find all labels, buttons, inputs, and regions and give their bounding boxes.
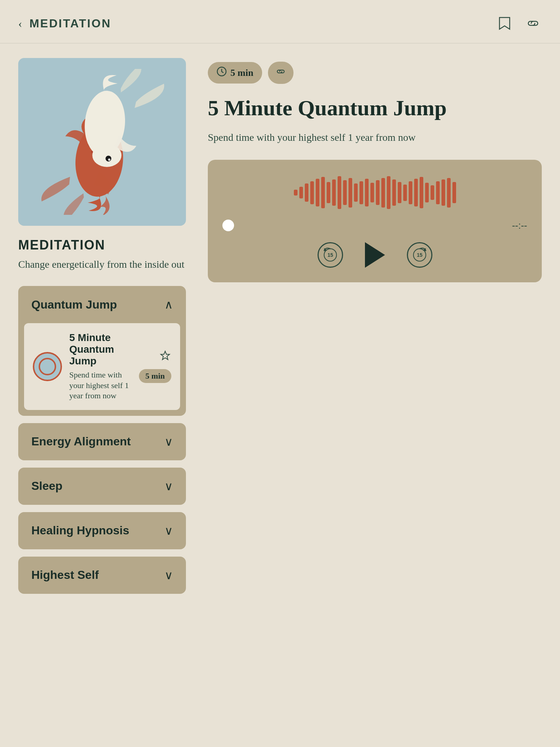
forward-button[interactable]: 15 xyxy=(407,242,432,268)
accordion-chevron-energy-alignment: ∨ xyxy=(164,435,173,449)
bookmark-button[interactable] xyxy=(496,15,513,32)
progress-row: --:-- xyxy=(222,220,527,231)
right-column: 5 min 5 Minute Quantum Jump Spend time w… xyxy=(208,58,542,601)
waveform-bar xyxy=(452,182,456,204)
track-right: 5 min xyxy=(139,350,171,383)
accordion-item-highest-self: Highest Self ∨ xyxy=(18,557,186,594)
track-name: 5 Minute Quantum Jump xyxy=(69,332,132,367)
waveform-bar xyxy=(365,179,369,207)
accordion-chevron-highest-self: ∨ xyxy=(164,568,173,582)
accordion-title-sleep: Sleep xyxy=(31,479,62,493)
waveform-bar xyxy=(398,182,401,204)
time-remaining: --:-- xyxy=(512,220,527,231)
clock-icon xyxy=(217,66,227,79)
meditation-image xyxy=(18,58,186,226)
track-favorite-button[interactable] xyxy=(159,350,171,365)
header-title: MEDITATION xyxy=(30,17,111,30)
share-link-button[interactable] xyxy=(524,15,542,32)
waveform-bar xyxy=(431,185,434,200)
header-left: ‹ MEDITATION xyxy=(18,17,111,30)
accordion-chevron-sleep: ∨ xyxy=(164,479,173,493)
player-controls: 15 15 xyxy=(222,242,527,268)
waveform-bar xyxy=(327,182,330,204)
play-button[interactable] xyxy=(365,242,385,268)
waveform-bar xyxy=(370,183,374,202)
waveform-bar xyxy=(436,181,440,204)
duration-tag: 5 min xyxy=(208,62,262,84)
progress-handle[interactable] xyxy=(222,220,234,231)
waveform-bar xyxy=(343,180,347,205)
accordion-header-quantum-jump[interactable]: Quantum Jump ∧ xyxy=(18,286,186,323)
track-item[interactable]: 5 Minute Quantum Jump Spend time with yo… xyxy=(24,323,180,410)
waveform-bar xyxy=(354,183,358,202)
waveform-bar xyxy=(414,179,418,207)
track-duration-badge: 5 min xyxy=(139,369,171,383)
waveform-bar xyxy=(442,179,445,206)
accordion-title-healing-hypnosis: Healing Hypnosis xyxy=(31,524,129,537)
waveform-bar xyxy=(425,183,429,202)
section-label: MEDITATION xyxy=(18,237,186,253)
waveform-bar xyxy=(420,177,423,208)
waveform-bar xyxy=(392,179,396,206)
waveform-bar xyxy=(338,176,341,209)
accordion-title-highest-self: Highest Self xyxy=(31,568,99,582)
waveform-bar xyxy=(332,179,336,206)
waveform-bar xyxy=(321,177,325,208)
waveform-bar xyxy=(381,178,385,208)
waveform-bar xyxy=(387,176,390,209)
accordion-chevron-healing-hypnosis: ∨ xyxy=(164,524,173,538)
accordion-header-highest-self[interactable]: Highest Self ∨ xyxy=(18,557,186,594)
waveform-bar xyxy=(299,187,303,198)
waveform-bar xyxy=(294,190,298,196)
waveform-bar xyxy=(447,178,451,208)
detail-title: 5 Minute Quantum Jump xyxy=(208,95,542,121)
header-icons xyxy=(496,15,542,32)
svg-text:15: 15 xyxy=(417,252,423,258)
waveform-bar xyxy=(316,179,319,207)
waveform-bar xyxy=(305,183,308,202)
back-button[interactable]: ‹ xyxy=(18,17,22,30)
accordion-item-energy-alignment: Energy Alignment ∨ xyxy=(18,423,186,460)
rewind-button[interactable]: 15 xyxy=(318,242,343,268)
waveform-bar xyxy=(310,181,314,204)
accordion-header-energy-alignment[interactable]: Energy Alignment ∨ xyxy=(18,423,186,460)
left-column: MEDITATION Change energetically from the… xyxy=(18,58,186,601)
accordion-container: Quantum Jump ∧ 5 Minute Quantum Jump Spe… xyxy=(18,286,186,594)
track-info: 5 Minute Quantum Jump Spend time with yo… xyxy=(69,332,132,401)
accordion-title-quantum-jump: Quantum Jump xyxy=(31,298,117,311)
accordion-item-sleep: Sleep ∨ xyxy=(18,468,186,505)
svg-point-9 xyxy=(39,359,55,375)
accordion-item-healing-hypnosis: Healing Hypnosis ∨ xyxy=(18,512,186,549)
waveform-bar xyxy=(376,180,380,205)
accordion-title-energy-alignment: Energy Alignment xyxy=(31,435,131,448)
accordion-item-quantum-jump: Quantum Jump ∧ 5 Minute Quantum Jump Spe… xyxy=(18,286,186,416)
track-thumbnail xyxy=(33,352,62,381)
audio-player: --:-- 15 15 xyxy=(208,160,542,282)
section-subtitle: Change energetically from the inside out xyxy=(18,257,186,271)
main-content: MEDITATION Change energetically from the… xyxy=(0,43,560,616)
header: ‹ MEDITATION xyxy=(0,0,560,43)
detail-description: Spend time with your highest self 1 year… xyxy=(208,130,542,145)
accordion-header-healing-hypnosis[interactable]: Healing Hypnosis ∨ xyxy=(18,512,186,549)
tags-row: 5 min xyxy=(208,62,542,84)
waveform-bar xyxy=(349,178,352,208)
waveform-bar xyxy=(359,181,363,204)
waveform-bar xyxy=(409,181,412,204)
accordion-header-sleep[interactable]: Sleep ∨ xyxy=(18,468,186,505)
waveform xyxy=(222,174,527,211)
waveform-bar xyxy=(403,185,407,201)
svg-text:15: 15 xyxy=(327,252,333,258)
accordion-chevron-quantum-jump: ∧ xyxy=(164,298,173,311)
track-description: Spend time with your highest self 1 year… xyxy=(69,370,132,401)
detail-link-button[interactable] xyxy=(268,62,293,84)
duration-value: 5 min xyxy=(230,67,253,78)
